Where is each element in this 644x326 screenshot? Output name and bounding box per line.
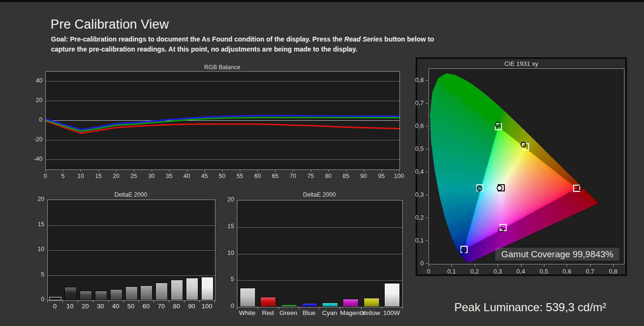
cie-title: CIE 1931 xy (416, 60, 627, 67)
x-tick-label: 30 (144, 173, 159, 179)
cie-y-tick-label: 0,6 (409, 122, 424, 129)
cie-x-tick-label: 0,6 (559, 268, 574, 275)
x-tickmark (187, 170, 187, 172)
cie-y-tickmark (426, 263, 428, 264)
y-tick-label: -40 (22, 156, 42, 162)
bar-red (260, 297, 276, 307)
x-tickmark (399, 170, 399, 172)
gridline (237, 280, 402, 281)
y-tick-label: 20 (22, 97, 42, 104)
cie-y-tick-label: 0,5 (409, 145, 424, 152)
cie-x-tickmark (613, 264, 613, 267)
bar-label: 100 (199, 303, 215, 310)
cie-x-tickmark (521, 264, 521, 267)
cie-measured-white (497, 185, 502, 191)
x-tickmark (153, 301, 154, 303)
x-tickmark (240, 170, 240, 172)
cie-y-tickmark (426, 149, 428, 149)
cie-x-tickmark (429, 264, 429, 267)
gridline (237, 254, 402, 254)
bar-label: 30 (93, 303, 108, 310)
bar-100w (384, 283, 400, 307)
gridline (48, 225, 215, 226)
y-tick-label: 15 (25, 221, 44, 228)
bar-label: Cyan (319, 309, 340, 316)
cie-y-tick-label: 0,8 (409, 76, 424, 84)
bar-label: White (237, 309, 257, 316)
x-tickmark (81, 170, 81, 172)
bar-60 (140, 285, 153, 300)
x-tickmark (222, 170, 223, 172)
x-tickmark (402, 307, 402, 309)
cie-y-tick-label: 0,1 (409, 237, 424, 244)
cie-measured-blue (461, 247, 467, 253)
x-tickmark (98, 170, 99, 172)
cie-x-tickmark (475, 264, 475, 267)
x-tick-label: 5 (56, 173, 70, 179)
goal-text: Goal: Pre-calibration readings to docume… (51, 34, 437, 54)
bar-white (240, 288, 256, 307)
gridline (48, 250, 215, 251)
x-tickmark (319, 307, 320, 309)
x-tickmark (62, 301, 63, 303)
cie-x-tickmark (544, 264, 544, 267)
x-tick-label: 90 (357, 173, 371, 179)
x-tickmark (257, 170, 258, 172)
y-tick-label: 20 (215, 196, 234, 203)
bar-80 (171, 280, 183, 300)
y-tick-label: 10 (215, 250, 234, 256)
bar-90 (186, 278, 198, 300)
x-tickmark (199, 301, 200, 303)
cie-y-tickmark (426, 241, 428, 241)
rgb-balance-chart (45, 71, 400, 170)
bar-30 (95, 291, 107, 300)
x-tickmark (63, 170, 63, 172)
x-tickmark (361, 307, 361, 309)
gridline (237, 227, 402, 228)
y-tick-label: 0 (215, 303, 234, 309)
x-tick-label: 100 (392, 173, 406, 179)
y-tick-label: 20 (25, 196, 44, 202)
bar-50 (125, 286, 138, 300)
bar-40 (110, 289, 123, 300)
cie-y-tickmark (426, 80, 428, 81)
peak-luminance: Peak Luminance: 539,3 cd/m² (454, 301, 606, 314)
x-tick-label: 85 (339, 173, 353, 179)
x-tick-label: 40 (180, 173, 194, 179)
y-tick-label: 5 (215, 276, 234, 283)
cie-x-tick-label: 0 (421, 268, 436, 275)
x-tick-label: 55 (233, 173, 247, 179)
bar-label: 20 (78, 303, 93, 310)
cie-x-tick-label: 0,8 (605, 268, 621, 275)
x-tick-label: 0 (38, 173, 52, 179)
bar-20 (80, 291, 92, 300)
x-tickmark (138, 301, 139, 303)
cie-y-tickmark (426, 126, 428, 126)
y-tick-label: 15 (215, 223, 234, 230)
x-tickmark (116, 170, 116, 172)
goal-prefix: Goal: Pre-calibration readings to docume… (51, 35, 344, 43)
x-tickmark (47, 301, 48, 303)
x-tickmark (328, 170, 329, 172)
x-tick-label: 20 (109, 173, 123, 179)
goal-line2: capture the pre-calibration readings. At… (51, 45, 358, 53)
x-tickmark (311, 170, 311, 172)
page-title: Pre Calibration View (51, 17, 169, 32)
cie-y-tick-label: 0 (409, 260, 424, 267)
bar-label: Red (257, 309, 278, 316)
x-tickmark (184, 301, 184, 303)
bar-70 (155, 283, 168, 300)
x-tickmark (204, 170, 205, 172)
x-tick-label: 75 (304, 173, 318, 179)
x-tickmark (381, 307, 382, 309)
x-tickmark (152, 170, 152, 172)
cie-y-tickmark (426, 103, 428, 104)
bar-green (281, 305, 297, 307)
y-tick-label: -20 (22, 136, 42, 143)
cie-x-tick-label: 0,4 (513, 268, 529, 275)
gridline (48, 275, 215, 276)
x-tickmark (123, 301, 124, 303)
cie-y-tick-label: 0,7 (409, 99, 424, 106)
x-tickmark (108, 301, 109, 303)
cie-x-tickmark (567, 264, 567, 267)
